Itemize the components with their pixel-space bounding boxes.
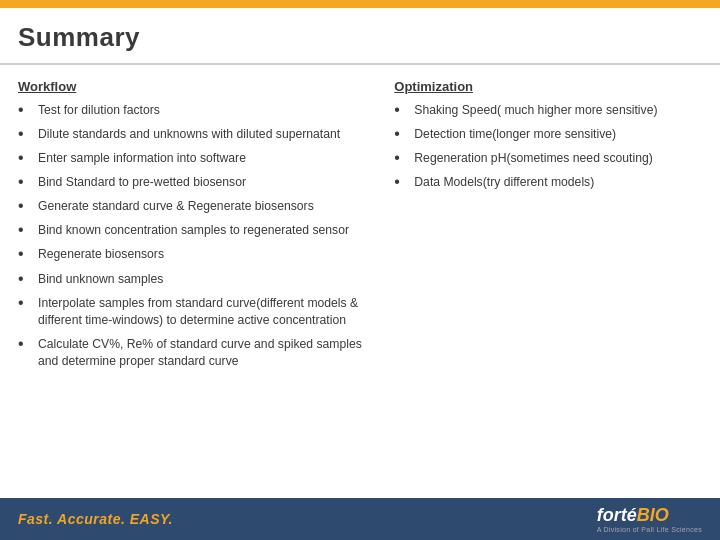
list-item: •Data Models(try different models)	[394, 174, 702, 191]
list-item: •Regeneration pH(sometimes need scouting…	[394, 150, 702, 167]
logo: fortéBIO A Division of Pall Life Science…	[597, 505, 702, 533]
list-item: •Test for dilution factors	[18, 102, 374, 119]
bullet-icon: •	[18, 222, 32, 238]
main-content: Workflow •Test for dilution factors•Dilu…	[0, 65, 720, 387]
logo-bio: BIO	[637, 505, 669, 525]
list-item: •Bind Standard to pre-wetted biosensor	[18, 174, 374, 191]
page-header: Summary	[0, 8, 720, 65]
list-item: •Bind unknown samples	[18, 271, 374, 288]
list-item: •Bind known concentration samples to reg…	[18, 222, 374, 239]
bullet-icon: •	[394, 126, 408, 142]
bullet-icon: •	[18, 126, 32, 142]
logo-text: fortéBIO	[597, 505, 669, 525]
list-item: •Regenerate biosensors	[18, 246, 374, 263]
tagline-text: Fast. Accurate. EASY.	[18, 511, 173, 527]
bullet-icon: •	[18, 150, 32, 166]
bullet-icon: •	[18, 102, 32, 118]
bullet-icon: •	[18, 271, 32, 287]
top-accent-bar	[0, 0, 720, 8]
optimization-list: •Shaking Speed( much higher more sensiti…	[394, 102, 702, 191]
workflow-list: •Test for dilution factors•Dilute standa…	[18, 102, 374, 370]
list-item: •Detection time(longer more sensitive)	[394, 126, 702, 143]
list-item: •Dilute standards and unknowns with dilu…	[18, 126, 374, 143]
list-item: •Generate standard curve & Regenerate bi…	[18, 198, 374, 215]
bullet-icon: •	[394, 174, 408, 190]
workflow-section: Workflow •Test for dilution factors•Dilu…	[18, 79, 374, 377]
bullet-icon: •	[18, 336, 32, 352]
list-item: •Interpolate samples from standard curve…	[18, 295, 374, 329]
bullet-icon: •	[18, 295, 32, 311]
workflow-heading: Workflow	[18, 79, 374, 94]
footer-bar: Fast. Accurate. EASY. fortéBIO A Divisio…	[0, 498, 720, 540]
list-item: •Shaking Speed( much higher more sensiti…	[394, 102, 702, 119]
optimization-section: Optimization •Shaking Speed( much higher…	[394, 79, 702, 377]
logo-sub: A Division of Pall Life Sciences	[597, 526, 702, 533]
bullet-icon: •	[394, 102, 408, 118]
bullet-icon: •	[18, 174, 32, 190]
bullet-icon: •	[18, 246, 32, 262]
optimization-heading: Optimization	[394, 79, 702, 94]
list-item: •Enter sample information into software	[18, 150, 374, 167]
logo-forte: forté	[597, 505, 637, 525]
bullet-icon: •	[394, 150, 408, 166]
list-item: •Calculate CV%, Re% of standard curve an…	[18, 336, 374, 370]
bullet-icon: •	[18, 198, 32, 214]
page-title: Summary	[18, 22, 702, 53]
